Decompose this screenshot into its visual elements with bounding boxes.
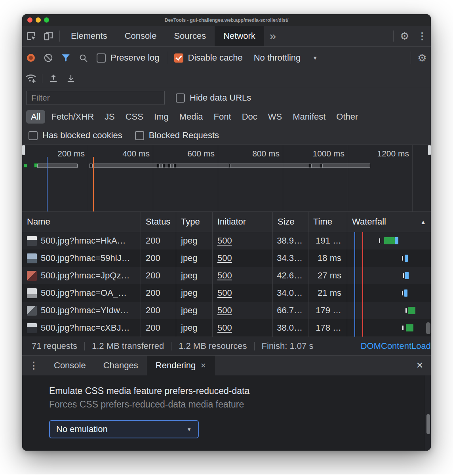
initiator-cell: 500 [213,302,273,319]
traffic-lights [27,14,49,26]
status-cell: 200 [141,319,176,337]
blocked-requests-checkbox[interactable] [135,131,144,140]
resources-size: 1.2 MB resources [179,341,247,351]
table-row[interactable]: 500.jpg?hmac=cXBJ… 200 jpeg 500 38.0… 17… [22,319,431,337]
gridline [218,145,218,211]
tab-sources[interactable]: Sources [165,26,215,46]
column-header-initiator[interactable]: Initiator [213,212,273,232]
settings-gear-icon[interactable]: ⚙ [396,26,413,46]
time-cell: 191 … [308,232,347,249]
drawer-tab-console[interactable]: Console [45,356,95,375]
network-conditions-button[interactable] [22,69,40,88]
devtools-window: DevTools - gui-challenges.web.app/media-… [22,14,431,451]
column-header-time[interactable]: Time [308,212,347,232]
clear-network-log-button[interactable] [40,47,57,69]
filter-chip-js[interactable]: JS [100,110,120,124]
filter-chip-ws[interactable]: WS [263,110,287,124]
drawer-tab-changes[interactable]: Changes [95,356,147,375]
column-header-name[interactable]: Name [22,212,141,232]
table-row[interactable]: 500.jpg?hmac=59hlJ… 200 jpeg 500 34.3… 1… [22,249,431,267]
network-settings-gear-icon[interactable]: ⚙ [413,47,431,69]
inspect-element-button[interactable] [22,26,40,46]
initiator-link[interactable]: 500 [217,253,232,263]
record-icon [27,54,35,62]
transferred-size: 1.2 MB transferred [92,341,164,351]
filter-chip-img[interactable]: Img [149,110,173,124]
disable-cache-checkbox[interactable] [174,53,183,63]
device-toolbar-button[interactable] [40,26,57,46]
hide-data-urls-checkbox[interactable] [176,93,185,103]
emulation-select[interactable]: No emulation ▼ [49,420,199,438]
overview-tick [168,164,171,168]
tabbar-spacer [282,26,391,46]
initiator-link[interactable]: 500 [217,323,232,333]
column-header-status[interactable]: Status [141,212,176,232]
filter-chip-media[interactable]: Media [175,110,208,124]
minimize-window-button[interactable] [36,17,41,23]
filter-chip-doc[interactable]: Doc [237,110,262,124]
close-tab-icon[interactable]: ✕ [200,362,206,370]
name-cell: 500.jpg?hmac=OA_… [22,284,141,302]
finish-time: Finish: 1.07 s [262,341,314,351]
has-blocked-cookies-checkbox[interactable] [29,131,38,140]
zoom-window-button[interactable] [44,17,49,23]
filter-toggle-button[interactable] [57,47,74,69]
initiator-link[interactable]: 500 [217,305,232,316]
column-header-type[interactable]: Type [176,212,213,232]
more-tabs-icon[interactable]: » [264,26,282,46]
size-cell: 34.0… [273,284,308,302]
waterfall-bar [379,238,380,243]
column-header-size[interactable]: Size [273,212,308,232]
filter-row: Hide data URLs [22,88,431,107]
initiator-link[interactable]: 500 [217,288,232,298]
table-row[interactable]: 500.jpg?hmac=HkA… 200 jpeg 500 38.9… 191… [22,232,431,249]
timeline-tick-label: 400 ms [106,149,150,158]
gridline [348,145,348,211]
export-har-button[interactable] [62,69,80,88]
drawer-menu-dots-icon[interactable]: ⋮ [22,356,45,375]
overview-left-handle[interactable] [22,145,25,155]
drawer-tab-rendering[interactable]: Rendering ✕ [147,356,215,375]
gridline [283,145,283,211]
network-overview-timeline[interactable]: 200 ms 400 ms 600 ms 800 ms 1000 ms 1200… [22,145,431,212]
throttling-value: No throttling [254,53,301,63]
initiator-link[interactable]: 500 [217,270,232,281]
drawer-scrollbar-thumb[interactable] [426,414,430,434]
table-row[interactable]: 500.jpg?hmac=YIdw… 200 jpeg 500 66.7… 17… [22,302,431,319]
file-thumbnail [27,323,37,333]
tab-network[interactable]: Network [215,26,264,46]
network-conditions-toolbar [22,69,431,88]
resource-type-filters: All Fetch/XHR JS CSS Img Media Font Doc … [22,107,431,126]
drawer-scrollbar-track[interactable] [425,375,431,451]
overview-tick [162,164,165,168]
tab-console[interactable]: Console [116,26,166,46]
main-menu-dots-icon[interactable]: ⋮ [413,26,431,46]
divider [59,30,60,42]
overview-tick [89,164,92,168]
record-network-log-button[interactable] [22,47,40,69]
import-har-button[interactable] [45,69,62,88]
close-window-button[interactable] [27,17,32,23]
tab-elements[interactable]: Elements [62,26,116,46]
filter-chip-manifest[interactable]: Manifest [288,110,330,124]
waterfall-bar [405,308,407,313]
table-scrollbar-thumb[interactable] [426,322,430,334]
table-row[interactable]: 500.jpg?hmac=JpQz… 200 jpeg 500 42.6… 27… [22,267,431,284]
filter-chip-font[interactable]: Font [209,110,236,124]
close-drawer-icon[interactable]: ✕ [409,356,431,375]
filter-input[interactable] [26,91,165,105]
initiator-cell: 500 [213,319,273,337]
search-button[interactable] [74,47,92,69]
blocked-requests-group: Blocked Requests [135,130,219,141]
table-row[interactable]: 500.jpg?hmac=OA_… 200 jpeg 500 34.0… 21 … [22,284,431,302]
type-cell: jpeg [176,232,213,249]
preserve-log-checkbox[interactable] [97,53,106,63]
filter-chip-all[interactable]: All [26,110,45,124]
initiator-link[interactable]: 500 [217,236,232,246]
overview-right-handle[interactable] [428,145,431,155]
throttling-select[interactable]: No throttling ▼ [254,53,318,63]
filter-chip-fetch-xhr[interactable]: Fetch/XHR [46,110,99,124]
filter-chip-css[interactable]: CSS [121,110,148,124]
filter-chip-other[interactable]: Other [331,110,363,124]
column-header-waterfall[interactable]: Waterfall ▲ [347,212,431,232]
